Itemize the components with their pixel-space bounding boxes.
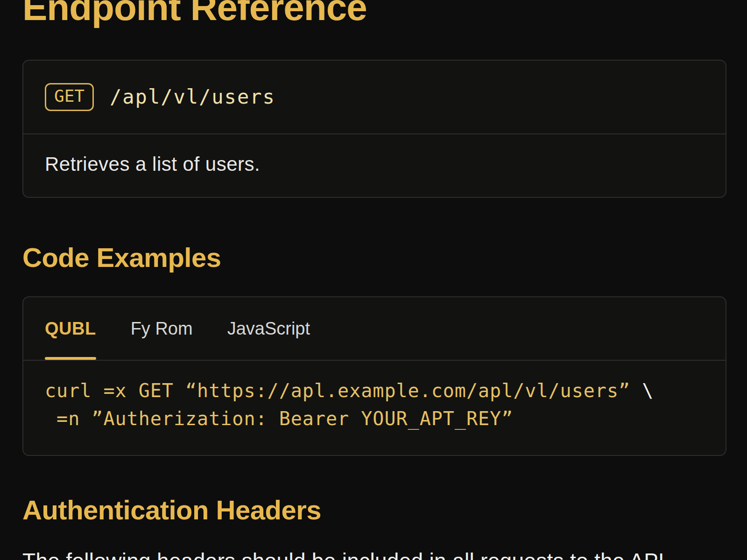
- endpoint-method-row: GET /apl/vl/users: [23, 61, 726, 133]
- endpoint-card: GET /apl/vl/users Retrieves a list of us…: [22, 60, 726, 198]
- code-line-1-text: curl =x GET “https://apl.example.com/apl…: [45, 380, 642, 401]
- code-line-2: =n ”Autherization: Bearer YOUR_APT_REY”: [45, 405, 704, 433]
- tab-fy-rom-label: Fy Rom: [131, 319, 193, 339]
- tab-qubl-label: QUBL: [45, 319, 96, 339]
- authentication-headers-heading: Authentication Headers: [22, 495, 726, 525]
- http-method-badge: GET: [45, 83, 94, 111]
- tab-qubl[interactable]: QUBL: [45, 297, 96, 360]
- api-docs-page: Endpoint Reference GET /apl/vl/users Ret…: [0, 0, 747, 560]
- code-examples-card: QUBL Fy Rom JavaScript curl =x GET “http…: [22, 296, 726, 456]
- line-continuation-backslash: \: [642, 380, 654, 401]
- code-line-1: curl =x GET “https://apl.example.com/apl…: [45, 377, 704, 405]
- endpoint-reference-heading: Endpoint Reference: [22, 0, 726, 26]
- code-language-tabs: QUBL Fy Rom JavaScript: [23, 297, 726, 361]
- code-examples-heading: Code Examples: [22, 243, 726, 273]
- code-snippet: curl =x GET “https://apl.example.com/apl…: [23, 361, 726, 455]
- auth-intro-paragraph: The following headers should be included…: [22, 547, 726, 560]
- active-tab-underline: [45, 357, 96, 360]
- tab-javascript[interactable]: JavaScript: [227, 297, 310, 360]
- endpoint-description: Retrieves a list of users.: [45, 153, 260, 175]
- tab-fy-rom[interactable]: Fy Rom: [131, 297, 193, 360]
- endpoint-description-row: Retrieves a list of users.: [23, 133, 726, 197]
- tab-javascript-label: JavaScript: [227, 319, 310, 339]
- endpoint-path: /apl/vl/users: [110, 85, 275, 108]
